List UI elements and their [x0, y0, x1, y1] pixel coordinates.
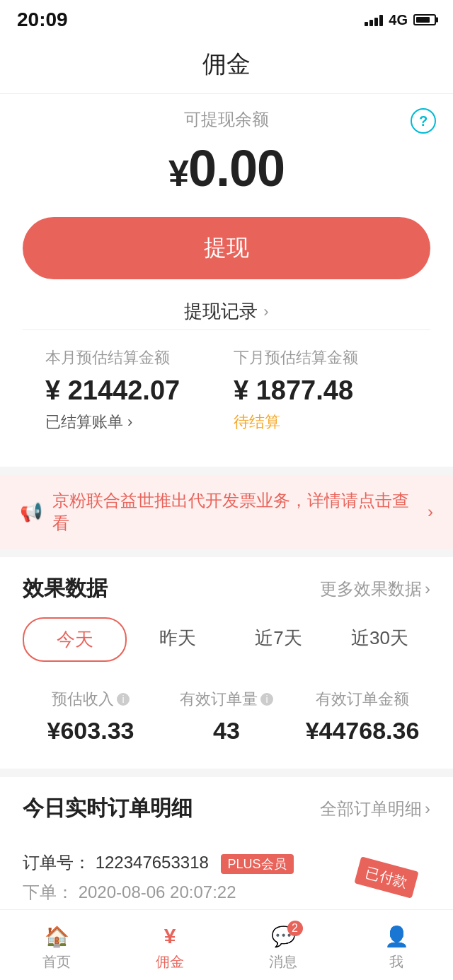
message-badge: 2: [287, 921, 303, 936]
bottom-navigation: 🏠 首页 ¥ 佣金 💬 2 消息 👤 我: [0, 909, 453, 980]
order-amount-value: ¥44768.36: [294, 717, 430, 745]
next-month-settlement: 下月预估结算金额 ¥ 1877.48 待结算: [234, 347, 408, 433]
arrow-icon: ›: [263, 303, 268, 321]
status-icons: 4G: [365, 12, 436, 28]
nav-home-label: 首页: [42, 952, 71, 972]
effect-section-header: 效果数据 更多效果数据 ›: [23, 574, 430, 603]
orders-title: 今日实时订单明细: [23, 794, 193, 823]
nav-profile[interactable]: 👤 我: [340, 910, 453, 980]
income-value: ¥603.33: [23, 717, 159, 745]
effect-section-title: 效果数据: [23, 574, 108, 603]
pending-link[interactable]: 待结算: [234, 412, 408, 433]
withdraw-record-link[interactable]: 提现记录 ›: [23, 293, 430, 329]
settled-bill-link[interactable]: 已结算账单 ›: [45, 412, 219, 433]
speaker-icon: 📢: [20, 501, 42, 523]
order-count-stat: 有效订单量 i 43: [159, 689, 294, 745]
tab-yesterday[interactable]: 昨天: [127, 617, 228, 662]
this-month-amount: ¥ 21442.07: [45, 375, 219, 406]
order-count-label: 有效订单量 i: [159, 689, 294, 710]
orders-section: 今日实时订单明细 全部订单明细 › 订单号： 122347653318 PLUS…: [0, 777, 453, 930]
status-time: 20:09: [17, 8, 68, 31]
notice-banner[interactable]: 📢 京粉联合益世推出代开发票业务，详情请点击查看 ›: [0, 475, 453, 549]
withdraw-button[interactable]: 提现: [23, 217, 430, 279]
all-orders-link[interactable]: 全部订单明细 ›: [320, 798, 430, 820]
profile-icon: 👤: [384, 925, 409, 948]
effect-data-section: 效果数据 更多效果数据 › 今天 昨天 近7天 近30天 预估收入 i ¥603…: [0, 557, 453, 769]
order-amount-stat: 有效订单金额 ¥44768.36: [294, 689, 430, 745]
order-header: 订单号： 122347653318 PLUS会员 已付款: [23, 851, 430, 874]
order-amount-label: 有效订单金额: [294, 689, 430, 710]
balance-integer: 0: [188, 140, 216, 197]
help-icon[interactable]: ?: [411, 108, 436, 134]
income-label: 预估收入 i: [23, 689, 159, 710]
stats-row: 预估收入 i ¥603.33 有效订单量 i 43 有效订单金额 ¥44768.…: [23, 682, 430, 752]
nav-messages[interactable]: 💬 2 消息: [226, 910, 340, 980]
next-month-amount: ¥ 1877.48: [234, 375, 408, 406]
all-orders-arrow-icon: ›: [425, 799, 430, 819]
settled-arrow-icon: ›: [127, 413, 132, 431]
tab-today[interactable]: 今天: [23, 617, 127, 662]
battery-icon: [413, 14, 436, 25]
order-id-value: 122347653318: [96, 853, 209, 872]
income-stat: 预估收入 i ¥603.33: [23, 689, 159, 745]
home-icon: 🏠: [45, 925, 69, 948]
signal-icon: [365, 13, 383, 26]
page-title: 佣金: [202, 50, 251, 77]
commission-icon: ¥: [164, 924, 176, 948]
nav-commission-label: 佣金: [156, 952, 184, 972]
orders-section-header: 今日实时订单明细 全部订单明细 ›: [23, 794, 430, 823]
order-id-label: 订单号： 122347653318: [23, 853, 214, 872]
this-month-label: 本月预估结算金额: [45, 347, 219, 368]
balance-label: 可提现余额: [23, 108, 430, 131]
settlement-section: 本月预估结算金额 ¥ 21442.07 已结算账单 › 下月预估结算金额 ¥ 1…: [23, 329, 430, 447]
message-badge-container: 💬 2: [271, 925, 296, 948]
balance-amount: ¥0.00: [23, 139, 430, 197]
order-item: 订单号： 122347653318 PLUS会员 已付款 下单： 2020-08…: [23, 837, 430, 918]
this-month-settlement: 本月预估结算金额 ¥ 21442.07 已结算账单 ›: [45, 347, 219, 433]
nav-profile-label: 我: [389, 952, 403, 972]
nav-home[interactable]: 🏠 首页: [0, 910, 113, 980]
nav-message-label: 消息: [269, 952, 297, 972]
network-indicator: 4G: [389, 12, 408, 28]
more-arrow-icon: ›: [425, 579, 430, 599]
balance-card: ? 可提现余额 ¥0.00 提现 提现记录 › 本月预估结算金额 ¥ 21442…: [0, 94, 453, 467]
more-effect-data-link[interactable]: 更多效果数据 ›: [320, 578, 430, 600]
balance-decimals: .00: [216, 140, 285, 197]
status-bar: 20:09 4G: [0, 0, 453, 37]
plus-member-badge: PLUS会员: [221, 854, 294, 874]
income-info-icon[interactable]: i: [117, 693, 130, 706]
order-count-value: 43: [159, 717, 294, 745]
notice-arrow-icon: ›: [428, 502, 433, 522]
nav-commission[interactable]: ¥ 佣金: [113, 910, 226, 980]
next-month-label: 下月预估结算金额: [234, 347, 408, 368]
tab-30days[interactable]: 近30天: [329, 617, 430, 662]
tab-7days[interactable]: 近7天: [228, 617, 329, 662]
time-tabs: 今天 昨天 近7天 近30天: [23, 617, 430, 662]
order-count-info-icon[interactable]: i: [260, 693, 273, 706]
order-time-value: 2020-08-06 20:07:22: [79, 882, 236, 902]
order-id-row: 订单号： 122347653318 PLUS会员: [23, 851, 294, 874]
page-header: 佣金: [0, 37, 453, 94]
currency-symbol: ¥: [168, 153, 188, 194]
notice-text: 京粉联合益世推出代开发票业务，详情请点击查看: [52, 489, 418, 535]
